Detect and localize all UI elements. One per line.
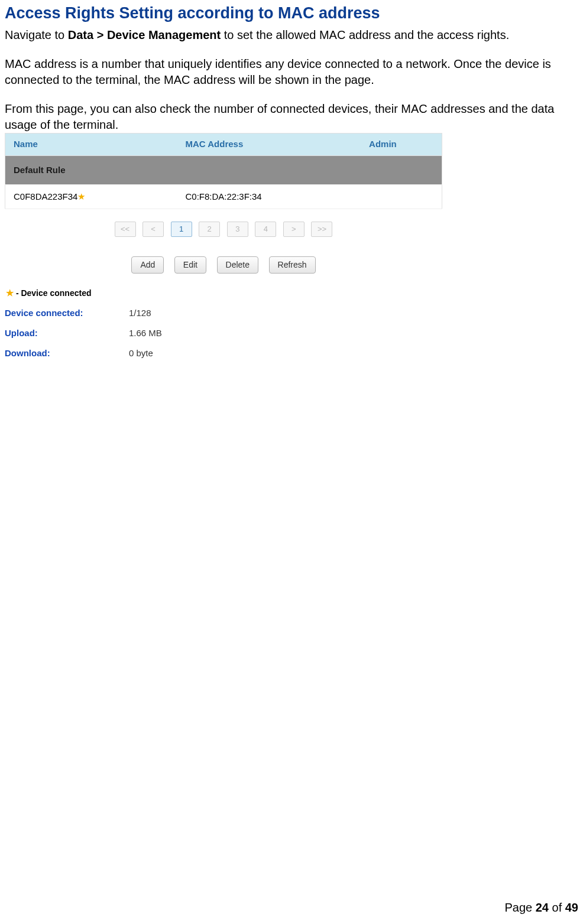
refresh-button[interactable]: Refresh (269, 256, 316, 274)
column-header-mac[interactable]: MAC Address (177, 134, 361, 155)
breadcrumb-path: Data > Device Management (68, 28, 221, 41)
pagination-page-3[interactable]: 3 (227, 222, 248, 237)
stat-download: Download: 0 byte (5, 347, 578, 359)
star-icon: ★ (6, 288, 14, 297)
stat-value: 0 byte (129, 347, 153, 359)
pagination-page-2[interactable]: 2 (199, 222, 220, 237)
cell-admin (361, 184, 442, 209)
footer-current-page: 24 (536, 901, 549, 914)
legend: ★ - Device connected (6, 288, 578, 299)
stat-label: Download: (5, 347, 129, 359)
pagination-prev-button[interactable]: < (142, 222, 164, 237)
footer-middle: of (549, 901, 565, 914)
stat-value: 1.66 MB (129, 327, 162, 339)
column-header-name[interactable]: Name (5, 134, 177, 155)
pagination-page-1[interactable]: 1 (171, 222, 192, 237)
intro-paragraph-1: Navigate to Data > Device Management to … (5, 27, 578, 43)
legend-text: - Device connected (14, 288, 92, 298)
device-name: C0F8DA223F34 (14, 191, 77, 201)
cell-mac: C0:F8:DA:22:3F:34 (177, 184, 361, 209)
stat-device-connected: Device connected: 1/128 (5, 307, 578, 319)
page-title: Access Rights Setting according to MAC a… (5, 2, 578, 24)
cell-name: C0F8DA223F34★ (5, 184, 177, 209)
stat-label: Device connected: (5, 307, 129, 319)
pagination-first-button[interactable]: << (115, 222, 136, 237)
delete-button[interactable]: Delete (217, 256, 258, 274)
footer-total-pages: 49 (565, 901, 578, 914)
text: Navigate to (5, 28, 68, 41)
column-header-admin[interactable]: Admin (361, 134, 442, 155)
text: to set the allowed MAC address and the a… (221, 28, 509, 41)
footer-prefix: Page (504, 901, 535, 914)
star-icon: ★ (77, 192, 85, 201)
pagination: << < 1 2 3 4 > >> (5, 220, 442, 237)
action-buttons: Add Edit Delete Refresh (5, 256, 442, 274)
stat-value: 1/128 (129, 307, 151, 319)
pagination-next-button[interactable]: > (283, 222, 305, 237)
intro-paragraph-2: MAC address is a number that uniquely id… (5, 56, 578, 88)
edit-button[interactable]: Edit (174, 256, 206, 274)
page-footer: Page 24 of 49 (504, 900, 578, 916)
cell-empty (177, 155, 361, 184)
table-row[interactable]: C0F8DA223F34★ C0:F8:DA:22:3F:34 (5, 184, 442, 209)
default-rule-row[interactable]: Default Rule (5, 155, 442, 184)
stat-label: Upload: (5, 327, 129, 339)
cell-empty (361, 155, 442, 184)
add-button[interactable]: Add (131, 256, 164, 274)
stat-upload: Upload: 1.66 MB (5, 327, 578, 339)
pagination-last-button[interactable]: >> (311, 222, 332, 237)
pagination-page-4[interactable]: 4 (255, 222, 276, 237)
default-rule-label: Default Rule (5, 155, 177, 184)
mac-address-table: Name MAC Address Admin Default Rule C0F8… (5, 133, 442, 209)
intro-paragraph-3: From this page, you can also check the n… (5, 101, 578, 133)
